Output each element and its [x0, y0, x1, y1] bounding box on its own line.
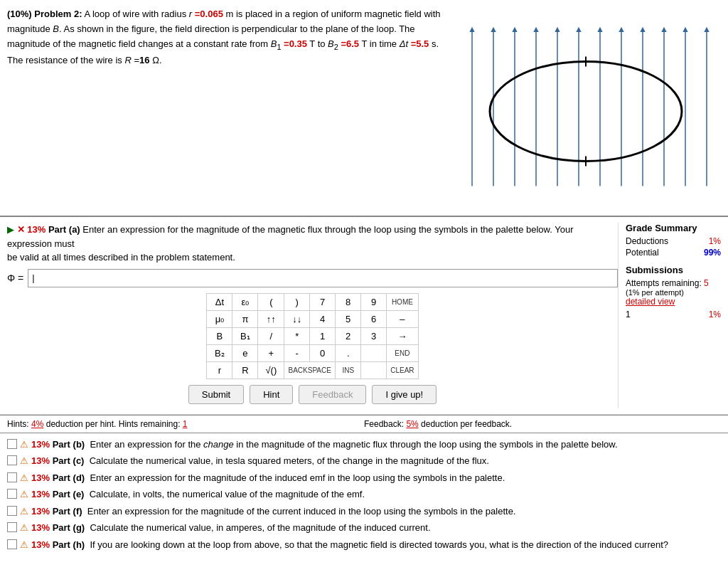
palette-minus-arrow[interactable]: – — [387, 310, 418, 327]
part-a-label: Part (a) — [48, 224, 80, 235]
palette-right-arrow[interactable]: → — [387, 327, 418, 344]
palette-r[interactable]: r — [207, 361, 232, 379]
palette-backspace[interactable]: BACKSPACE — [284, 361, 336, 379]
palette-mu0[interactable]: μ₀ — [207, 310, 232, 327]
palette-5[interactable]: 5 — [336, 310, 361, 327]
phi-input-row: Φ = — [7, 269, 618, 287]
part-h-checkbox[interactable] — [7, 539, 17, 549]
palette-ins[interactable]: INS — [336, 361, 361, 379]
phi-label: Φ = — [7, 273, 23, 284]
deductions-label: Deductions — [626, 236, 668, 246]
detailed-view-link[interactable]: detailed view — [626, 297, 721, 307]
palette-close-paren[interactable]: ) — [284, 293, 310, 310]
part-d-text: 13% Part (d) Enter an expression for the… — [31, 471, 505, 485]
palette-home[interactable]: HOME — [387, 293, 418, 310]
grade-sidebar: Grade Summary Deductions 1% Potential 99… — [618, 223, 721, 408]
list-item: ⚠ 13% Part (g) Calculate the numerical v… — [7, 521, 721, 535]
phi-input[interactable] — [28, 269, 618, 287]
palette-8[interactable]: 8 — [336, 293, 361, 310]
palette-delta-t[interactable]: Δt — [207, 293, 232, 310]
palette-minus[interactable]: - — [284, 344, 310, 361]
diagram-area — [451, 7, 721, 208]
part-b-text: 13% Part (b) Enter an expression for the… — [31, 438, 618, 452]
hints-pct[interactable]: 4% — [31, 419, 43, 429]
feedback-suffix: deduction per feedback. — [421, 419, 512, 429]
part-f-checkbox[interactable] — [7, 506, 17, 516]
warn-icon: ⚠ — [20, 538, 28, 552]
hints-prefix: Hints: — [7, 419, 31, 429]
part-c-text: 13% Part (c) Calculate the numerical val… — [31, 454, 489, 468]
hints-feedback-bar: Hints: 4% deduction per hint. Hints rema… — [0, 415, 728, 433]
palette-empty1 — [361, 344, 387, 361]
palette-3[interactable]: 3 — [361, 327, 387, 344]
palette-6[interactable]: 6 — [361, 310, 387, 327]
palette-sqrt[interactable]: √() — [258, 361, 284, 379]
palette-R[interactable]: R — [232, 361, 258, 379]
hints-remaining[interactable]: 1 — [183, 419, 188, 429]
palette-epsilon0[interactable]: ε₀ — [232, 293, 258, 310]
list-item: ⚠ 13% Part (h) If you are looking down a… — [7, 538, 721, 552]
attempts-label: Attempts remaining: — [626, 278, 702, 288]
deductions-value: 1% — [709, 236, 721, 246]
grade-potential-row: Potential 99% — [626, 248, 721, 258]
submission-row: 1 1% — [626, 309, 721, 319]
palette-end[interactable]: END — [387, 344, 418, 361]
palette-0[interactable]: 0 — [310, 344, 336, 361]
give-up-button[interactable]: I give up! — [372, 385, 437, 404]
part-a-pct: 13% — [27, 224, 46, 235]
part-a-main: ▶ ✕ 13% Part (a) Enter an expression for… — [7, 223, 618, 408]
palette-4[interactable]: 4 — [310, 310, 336, 327]
grade-deductions-row: Deductions 1% — [626, 236, 721, 246]
part-a-description: Enter an expression for the magnitude of… — [7, 224, 574, 249]
part-c-checkbox[interactable] — [7, 455, 17, 465]
palette-9[interactable]: 9 — [361, 293, 387, 310]
palette-e[interactable]: e — [232, 344, 258, 361]
palette-clear[interactable]: CLEAR — [387, 361, 418, 379]
palette-table: Δt ε₀ ( ) 7 8 9 HOME μ₀ π ↑↑ ↓↓ 4 5 6 — [206, 293, 418, 379]
part-b-checkbox[interactable] — [7, 439, 17, 449]
submit-button[interactable]: Submit — [188, 385, 244, 404]
palette-B1[interactable]: B₁ — [232, 327, 258, 344]
problem-text: (10%) Problem 2: A loop of wire with rad… — [7, 7, 451, 208]
palette-down-arrow[interactable]: ↓↓ — [284, 310, 310, 327]
feedback-prefix: Feedback: — [364, 419, 406, 429]
palette-up-arrow[interactable]: ↑↑ — [258, 310, 284, 327]
part-h-text: 13% Part (h) If you are looking down at … — [31, 538, 668, 552]
per-attempt: (1% per attempt) — [626, 288, 721, 297]
hints-section: Hints: 4% deduction per hint. Hints rema… — [7, 419, 364, 429]
part-x-icon: ✕ — [17, 224, 28, 235]
palette-row-1: Δt ε₀ ( ) 7 8 9 HOME — [207, 293, 418, 310]
palette-1[interactable]: 1 — [310, 327, 336, 344]
hints-middle: deduction per hint. Hints remaining: — [46, 419, 183, 429]
part-b-pct: 13% — [31, 439, 50, 450]
part-a-description2: be valid at all times described in the p… — [7, 252, 235, 263]
palette-7[interactable]: 7 — [310, 293, 336, 310]
part-f-text: 13% Part (f) Enter an expression for the… — [31, 504, 515, 519]
palette-B2[interactable]: B₂ — [207, 344, 232, 361]
warn-icon: ⚠ — [20, 454, 28, 468]
hint-button[interactable]: Hint — [250, 385, 293, 404]
palette-open-paren[interactable]: ( — [258, 293, 284, 310]
top-section: (10%) Problem 2: A loop of wire with rad… — [0, 0, 728, 217]
svg-point-14 — [490, 62, 682, 162]
palette-dot[interactable]: . — [336, 344, 361, 361]
list-item: ⚠ 13% Part (b) Enter an expression for t… — [7, 438, 721, 452]
part-d-checkbox[interactable] — [7, 472, 17, 482]
feedback-button[interactable]: Feedback — [299, 385, 366, 404]
list-item: ⚠ 13% Part (d) Enter an expression for t… — [7, 471, 721, 485]
part-arrow: ▶ — [7, 224, 14, 235]
palette-B[interactable]: B — [207, 327, 232, 344]
problem-header: (10%) Problem 2: — [7, 9, 82, 19]
feedback-pct[interactable]: 5% — [406, 419, 418, 429]
palette-pi[interactable]: π — [232, 310, 258, 327]
part-g-checkbox[interactable] — [7, 522, 17, 532]
warn-icon: ⚠ — [20, 504, 28, 519]
part-e-checkbox[interactable] — [7, 489, 17, 499]
palette-plus[interactable]: + — [258, 344, 284, 361]
attempts-remaining: Attempts remaining: 5 — [626, 278, 721, 288]
palette-2[interactable]: 2 — [336, 327, 361, 344]
palette-star[interactable]: * — [284, 327, 310, 344]
action-buttons: Submit Hint Feedback I give up! — [7, 385, 618, 404]
warn-icon: ⚠ — [20, 521, 28, 535]
palette-slash[interactable]: / — [258, 327, 284, 344]
